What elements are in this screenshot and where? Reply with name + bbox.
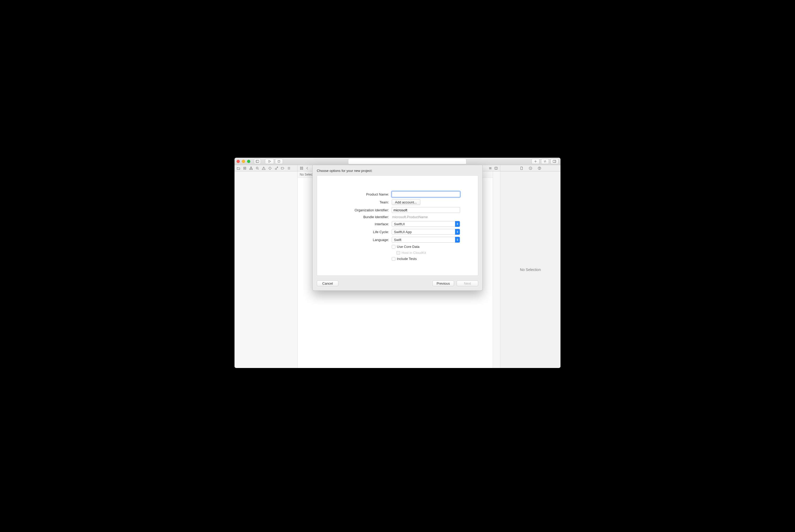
folder-icon [236, 166, 240, 170]
debug-navigator-tab[interactable] [275, 166, 278, 170]
code-review-button[interactable] [541, 159, 549, 164]
find-navigator-tab[interactable] [255, 166, 259, 170]
history-inspector-tab[interactable] [529, 166, 532, 170]
related-items-button[interactable] [300, 166, 303, 170]
toggle-inspector-button[interactable] [550, 159, 559, 164]
grid-icon [300, 166, 303, 170]
include-tests-checkbox[interactable] [392, 257, 395, 261]
toolbar-run-group [265, 159, 283, 164]
svg-marker-19 [269, 167, 271, 170]
interface-label: Interface: [335, 222, 392, 226]
svg-rect-29 [300, 167, 301, 168]
arrows-swap-icon [543, 159, 547, 163]
svg-rect-31 [300, 169, 301, 170]
svg-rect-6 [553, 160, 556, 163]
svg-point-40 [539, 169, 540, 169]
breakpoint-navigator-tab[interactable] [281, 166, 284, 170]
inspector-tabs [500, 165, 561, 171]
chevron-left-icon [305, 166, 309, 170]
use-core-data-row[interactable]: Use Core Data [392, 245, 460, 249]
activity-view [348, 158, 466, 164]
add-account-button[interactable]: Add account... [392, 199, 420, 205]
stepper-arrows-icon [455, 229, 460, 235]
sheet-title: Choose options for your new project: [317, 169, 478, 173]
editor-options-button[interactable] [489, 166, 492, 170]
interface-select[interactable]: SwiftUI [392, 221, 460, 227]
svg-rect-11 [250, 167, 251, 167]
plus-icon [534, 159, 537, 163]
svg-rect-3 [278, 160, 280, 162]
minimize-window-button[interactable] [242, 160, 245, 163]
sheet-footer: Cancel Previous Next [317, 281, 478, 286]
titlebar [234, 158, 561, 165]
project-options-form: Product Name: Team: Add account... Organ… [323, 191, 472, 261]
inspector-placeholder: No Selection [520, 268, 541, 272]
search-icon [255, 166, 259, 170]
host-cloudkit-row: Host in CloudKit [396, 251, 460, 255]
bundle-id-label: Bundle Identifier: [335, 215, 392, 219]
svg-marker-2 [269, 160, 270, 163]
list-icon [287, 166, 291, 170]
include-tests-label: Include Tests [397, 257, 417, 261]
navigator-tabs [234, 165, 298, 171]
svg-line-15 [258, 169, 259, 170]
stop-icon [277, 159, 281, 163]
xcode-window: No Selection No Selection Choose options… [234, 158, 561, 368]
svg-point-24 [277, 167, 278, 167]
file-inspector-tab[interactable] [520, 166, 524, 170]
use-core-data-label: Use Core Data [397, 245, 420, 249]
bundle-id-value: microsoft.ProductName [392, 215, 460, 219]
team-label: Team: [335, 200, 392, 204]
symbol-navigator-tab[interactable] [249, 166, 253, 170]
stepper-arrows-icon [455, 237, 460, 243]
interface-select-value: SwiftUI [394, 222, 405, 226]
toolbar-right-group [532, 159, 559, 164]
product-name-input[interactable] [392, 191, 460, 197]
stepper-arrows-icon [455, 221, 460, 227]
cancel-button[interactable]: Cancel [317, 281, 338, 286]
help-inspector-tab[interactable] [537, 166, 541, 170]
close-window-button[interactable] [236, 160, 240, 163]
life-cycle-select-value: SwiftUI App [394, 230, 412, 234]
breakpoint-icon [281, 166, 284, 170]
svg-line-21 [277, 167, 277, 168]
inspector-area: No Selection [500, 171, 561, 368]
toggle-navigator-button[interactable] [254, 159, 261, 164]
toolbar-left-group [254, 159, 261, 164]
org-id-label: Organization Identifier: [335, 208, 392, 212]
report-navigator-tab[interactable] [287, 166, 291, 170]
hierarchy-icon [249, 166, 253, 170]
back-button[interactable] [305, 166, 309, 170]
stop-button[interactable] [275, 159, 283, 164]
life-cycle-select[interactable]: SwiftUI App [392, 229, 460, 235]
host-cloudkit-label: Host in CloudKit [402, 251, 426, 255]
svg-rect-13 [251, 169, 253, 170]
svg-point-14 [256, 167, 258, 169]
zoom-window-button[interactable] [247, 160, 250, 163]
include-tests-row[interactable]: Include Tests [392, 257, 460, 261]
sheet-body: Product Name: Team: Add account... Organ… [317, 175, 478, 276]
svg-rect-32 [302, 169, 303, 170]
previous-button[interactable]: Previous [433, 281, 454, 286]
language-select[interactable]: Swift [392, 237, 460, 243]
source-control-navigator-tab[interactable] [243, 166, 247, 170]
run-button[interactable] [265, 159, 274, 164]
team-cell: Add account... [392, 199, 460, 205]
add-editor-button[interactable] [494, 166, 498, 170]
clock-icon [529, 166, 532, 170]
navigator-area [234, 171, 298, 368]
spray-icon [275, 166, 278, 170]
svg-rect-30 [302, 167, 303, 168]
new-project-sheet: Choose options for your new project: Pro… [312, 165, 483, 291]
host-cloudkit-checkbox [396, 251, 400, 255]
project-navigator-tab[interactable] [236, 166, 240, 170]
lines-icon [489, 166, 492, 170]
test-navigator-tab[interactable] [268, 166, 272, 170]
library-button[interactable] [532, 159, 540, 164]
svg-marker-25 [281, 167, 284, 169]
org-id-input[interactable] [392, 207, 460, 213]
use-core-data-checkbox[interactable] [392, 245, 395, 249]
issue-navigator-tab[interactable] [262, 166, 266, 170]
play-icon [268, 159, 271, 163]
help-icon [537, 166, 541, 170]
